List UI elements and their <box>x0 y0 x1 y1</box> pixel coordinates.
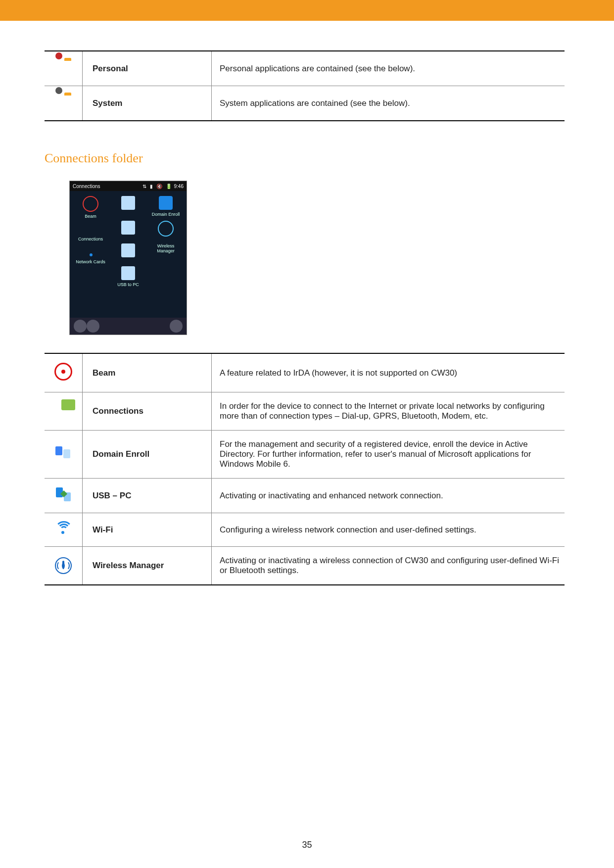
table-row: Wi-Fi Configuring a wireless network con… <box>45 513 565 547</box>
domain-enroll-icon <box>55 446 71 460</box>
beam-icon <box>54 363 72 381</box>
wireless-manager-icon <box>55 557 72 574</box>
connections-table: Beam A feature related to IrDA (however,… <box>45 353 565 585</box>
usb-pc-icon <box>121 266 135 280</box>
table-row: Wireless Manager Activating or inactivat… <box>45 547 565 585</box>
table-row: Connections In order for the device to c… <box>45 392 565 431</box>
row-desc: Personal applications are contained (see… <box>212 51 565 86</box>
close-icon <box>170 320 183 333</box>
connections-icon <box>55 402 71 418</box>
row-name: Wi-Fi <box>83 513 212 547</box>
row-desc: Configuring a wireless network connectio… <box>212 513 565 547</box>
section-title: Connections folder <box>45 151 565 166</box>
wifi-icon <box>55 522 71 535</box>
folder-system-icon <box>55 95 72 109</box>
page-number: 35 <box>0 840 614 850</box>
row-desc: Activating or inactivating a wireless co… <box>212 547 565 585</box>
screenshot-time: ⇅ ▮ 🔇 🔋 9:46 <box>142 184 184 189</box>
row-name: Beam <box>83 353 212 392</box>
folder-personal-icon <box>55 60 72 74</box>
row-desc: System applications are contained (see t… <box>212 86 565 121</box>
table-row: USB – PC Activating or inactivating and … <box>45 479 565 513</box>
table-row: Domain Enroll For the management and sec… <box>45 431 565 479</box>
row-name: System <box>83 86 212 121</box>
wireless-manager-icon <box>158 221 174 237</box>
usb-pc-icon <box>56 487 71 501</box>
row-name: USB – PC <box>83 479 212 513</box>
start-icon <box>74 320 87 333</box>
domain-enroll-icon <box>159 196 173 210</box>
connections-icon <box>121 221 135 235</box>
row-desc: In order for the device to connect to th… <box>212 392 565 431</box>
table-row: Personal Personal applications are conta… <box>45 51 565 86</box>
back-icon <box>87 320 99 333</box>
table-row: System System applications are contained… <box>45 86 565 121</box>
beam-icon <box>83 196 98 212</box>
header-bar <box>0 0 614 21</box>
row-desc: A feature related to IrDA (however, it i… <box>212 353 565 392</box>
device-screenshot: Connections ⇅ ▮ 🔇 🔋 9:46 Beam Domain Enr… <box>69 181 187 335</box>
row-name: Connections <box>83 392 212 431</box>
row-name: Wireless Manager <box>83 547 212 585</box>
row-desc: Activating or inactivating and enhanced … <box>212 479 565 513</box>
row-name: Personal <box>83 51 212 86</box>
wifi-icon <box>84 243 97 257</box>
domain-enroll-icon <box>121 196 135 210</box>
page-content: Personal Personal applications are conta… <box>0 21 614 605</box>
row-name: Domain Enroll <box>83 431 212 479</box>
table-row: Beam A feature related to IrDA (however,… <box>45 353 565 392</box>
screenshot-title: Connections <box>73 184 100 189</box>
settings-folders-table: Personal Personal applications are conta… <box>45 50 565 121</box>
row-desc: For the management and security of a reg… <box>212 431 565 479</box>
